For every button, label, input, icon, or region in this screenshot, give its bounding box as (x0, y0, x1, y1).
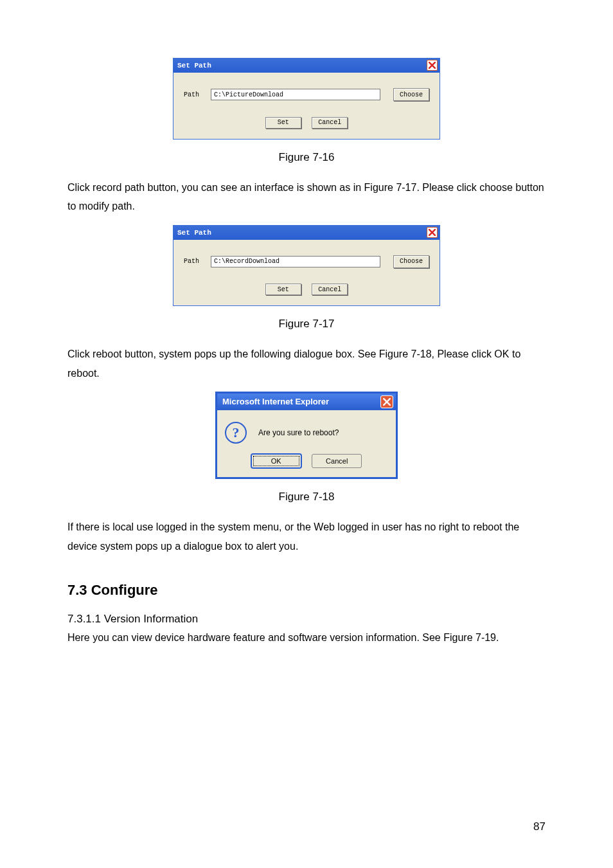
dialog-titlebar[interactable]: Set Path (173, 59, 440, 73)
section-heading: 7.3 Configure (67, 582, 546, 599)
page-number: 87 (533, 820, 546, 833)
close-icon[interactable] (427, 227, 438, 238)
ok-button[interactable]: OK (251, 454, 301, 468)
body-paragraph: Click reboot button, system pops up the … (67, 345, 546, 383)
cancel-button[interactable]: Cancel (312, 117, 348, 129)
figure-caption: Figure 7-16 (67, 151, 546, 164)
set-button[interactable]: Set (265, 117, 301, 129)
cancel-button[interactable]: Cancel (312, 284, 348, 295)
set-button[interactable]: Set (265, 284, 301, 295)
choose-button[interactable]: Choose (393, 88, 429, 101)
confirm-message: Are you sure to reboot? (258, 428, 339, 437)
set-path-dialog-1: Set Path Path Choose Set Cancel (173, 58, 440, 140)
figure-caption: Figure 7-17 (67, 318, 546, 330)
path-label: Path (184, 91, 211, 98)
path-input[interactable] (211, 256, 380, 267)
dialog-title: Set Path (177, 62, 211, 69)
close-icon[interactable] (427, 60, 438, 71)
subsection-heading: 7.3.1.1 Version Information (67, 613, 546, 626)
path-input[interactable] (211, 89, 380, 100)
cancel-button[interactable]: Cancel (312, 454, 362, 468)
close-icon[interactable] (380, 395, 393, 408)
set-path-dialog-2: Set Path Path Choose Set Cancel (173, 225, 440, 307)
choose-button[interactable]: Choose (393, 255, 429, 268)
path-label: Path (184, 258, 211, 265)
body-paragraph: Click record path button, you can see an… (67, 178, 546, 216)
dialog-titlebar[interactable]: Microsoft Internet Explorer (217, 393, 396, 410)
body-paragraph: Here you can view device hardware featur… (67, 628, 546, 647)
dialog-titlebar[interactable]: Set Path (173, 226, 440, 240)
figure-caption: Figure 7-18 (67, 491, 546, 503)
dialog-title: Microsoft Internet Explorer (222, 397, 329, 406)
dialog-title: Set Path (177, 229, 211, 237)
question-icon: ? (225, 422, 247, 444)
confirm-dialog: Microsoft Internet Explorer ? Are you su… (215, 392, 398, 479)
body-paragraph: If there is local use logged in the syst… (67, 518, 546, 556)
